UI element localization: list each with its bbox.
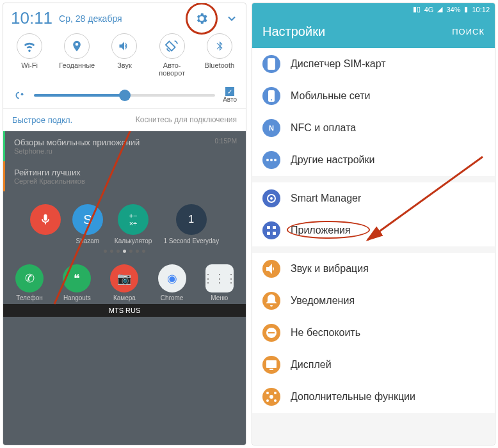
svg-point-22	[274, 392, 277, 394]
notification-shade-screen: 10:11 Ср, 28 декабря Wi-Fi Геоданные Зву…	[3, 3, 246, 445]
mobile-icon	[262, 87, 280, 105]
svg-rect-19	[269, 369, 273, 370]
dock-camera[interactable]: 📷Камера	[110, 264, 138, 301]
search-button[interactable]: ПОИСК	[452, 27, 485, 36]
app-calculator[interactable]: +−×÷Калькулятор	[115, 204, 152, 244]
dnd-icon	[262, 324, 280, 342]
toggle-wifi[interactable]: Wi-Fi	[8, 33, 51, 77]
settings-item-mobile[interactable]: Мобильные сети	[252, 80, 495, 112]
settings-item-label: Дополнительные функции	[291, 391, 415, 403]
quick-toggles: Wi-Fi Геоданные Звук Авто-поворот Blueto…	[3, 31, 246, 82]
svg-rect-18	[266, 360, 277, 368]
settings-item-label: Smart Manager	[291, 193, 361, 204]
quick-connect-row[interactable]: Быстрое подкл. Коснитесь для подключения	[3, 108, 246, 131]
notification-list: 0:15PM Обзоры мобильных приложений Setph…	[3, 131, 246, 445]
svg-point-0	[21, 93, 24, 95]
app-shazam[interactable]: SShazam	[72, 204, 103, 244]
more-icon	[262, 151, 280, 169]
settings-item-apps[interactable]: Приложения	[252, 214, 495, 246]
battery-icon: ▮	[464, 5, 468, 13]
svg-text:N: N	[269, 124, 274, 132]
status-bar: ▮▯ 4G ◢ 34% ▮ 10:12	[252, 3, 495, 15]
toggle-location[interactable]: Геоданные	[55, 33, 99, 77]
smart-icon	[262, 189, 280, 207]
sound-icon	[262, 260, 280, 278]
settings-item-display[interactable]: Дисплей	[252, 349, 495, 381]
notification-item[interactable]: 0:15PM Обзоры мобильных приложений Setph…	[3, 131, 246, 161]
rotate-icon	[165, 39, 179, 53]
settings-item-label: Звук и вибрация	[291, 263, 369, 275]
brightness-bug-icon	[12, 88, 26, 102]
svg-rect-12	[267, 226, 270, 229]
app-mic[interactable]	[30, 204, 61, 244]
svg-rect-13	[273, 226, 276, 229]
settings-item-dnd[interactable]: Не беспокоить	[252, 317, 495, 349]
page-title: Настройки	[262, 24, 325, 39]
settings-item-sim[interactable]: Диспетчер SIM-карт	[252, 48, 495, 80]
settings-item-smart[interactable]: Smart Manager	[252, 182, 495, 214]
carrier-label: MTS RUS	[3, 304, 246, 317]
dock-hangouts[interactable]: ❝Hangouts	[63, 264, 91, 301]
svg-point-8	[270, 159, 273, 161]
brightness-slider[interactable]	[34, 94, 215, 97]
settings-header: Настройки ПОИСК	[252, 15, 495, 48]
apps-icon	[262, 221, 280, 239]
dock-phone[interactable]: ✆Телефон	[15, 264, 44, 301]
clock-date: Ср, 28 декабря	[59, 13, 122, 24]
toggle-rotate[interactable]: Авто-поворот	[150, 33, 194, 77]
settings-gear-button[interactable]	[195, 12, 209, 26]
svg-point-5	[271, 99, 272, 100]
svg-point-24	[274, 399, 277, 402]
dock: ✆Телефон ❝Hangouts 📷Камера ◉Chrome ⋮⋮⋮Ме…	[3, 258, 246, 304]
svg-point-7	[266, 159, 269, 161]
toggle-sound[interactable]: Звук	[102, 33, 146, 77]
dock-menu[interactable]: ⋮⋮⋮Меню	[205, 264, 234, 301]
svg-rect-14	[267, 232, 270, 235]
svg-point-11	[270, 197, 273, 200]
settings-item-nfc[interactable]: NNFC и оплата	[252, 112, 495, 144]
settings-item-label: NFC и оплата	[291, 122, 356, 134]
settings-item-more[interactable]: Другие настройки	[252, 144, 495, 176]
settings-item-advanced[interactable]: Дополнительные функции	[252, 381, 495, 413]
sim-icon	[262, 55, 280, 73]
settings-item-notif[interactable]: Уведомления	[252, 285, 495, 317]
gear-icon	[195, 12, 209, 26]
svg-rect-3	[268, 58, 275, 70]
toggle-bluetooth[interactable]: Bluetooth	[198, 33, 241, 77]
clock-time: 10:11	[11, 8, 52, 28]
settings-screen: ▮▯ 4G ◢ 34% ▮ 10:12 Настройки ПОИСК Дисп…	[252, 3, 495, 445]
settings-item-label: Дисплей	[291, 359, 332, 371]
settings-item-label: Мобильные сети	[291, 90, 371, 102]
home-apps: SShazam +−×÷Калькулятор 11 Second Everyd…	[3, 191, 246, 244]
svg-point-21	[266, 392, 269, 394]
bluetooth-icon	[214, 40, 225, 52]
svg-point-23	[266, 399, 269, 402]
svg-point-20	[269, 395, 273, 399]
brightness-control: ✓ Авто	[3, 82, 246, 108]
settings-item-label: Приложения	[291, 225, 351, 236]
settings-item-label: Диспетчер SIM-карт	[291, 58, 386, 70]
signal-icon: ▮▯	[413, 5, 421, 13]
auto-brightness-checkbox[interactable]: ✓ Авто	[223, 87, 237, 103]
svg-point-9	[274, 159, 277, 161]
chevron-down-icon[interactable]	[225, 12, 238, 25]
svg-rect-17	[268, 332, 275, 333]
wifi-icon	[22, 39, 36, 53]
app-1se[interactable]: 11 Second Everyday	[163, 204, 219, 244]
settings-item-sound[interactable]: Звук и вибрация	[252, 253, 495, 285]
qs-header: 10:11 Ср, 28 декабря	[3, 3, 246, 31]
display-icon	[262, 356, 280, 374]
svg-rect-15	[273, 232, 276, 235]
page-indicator	[3, 244, 246, 258]
settings-item-label: Другие настройки	[291, 154, 374, 166]
signal-bars-icon: ◢	[437, 5, 442, 13]
sound-icon	[118, 40, 131, 52]
dock-chrome[interactable]: ◉Chrome	[158, 264, 186, 301]
advanced-icon	[262, 388, 280, 406]
notif-icon	[262, 292, 280, 310]
location-icon	[70, 40, 83, 52]
settings-list[interactable]: Диспетчер SIM-картМобильные сетиNNFC и о…	[252, 48, 495, 445]
notification-item[interactable]: Рейтинги лучших Сергей Красильников	[3, 161, 246, 191]
settings-item-label: Не беспокоить	[291, 327, 360, 339]
nfc-icon: N	[262, 119, 280, 137]
